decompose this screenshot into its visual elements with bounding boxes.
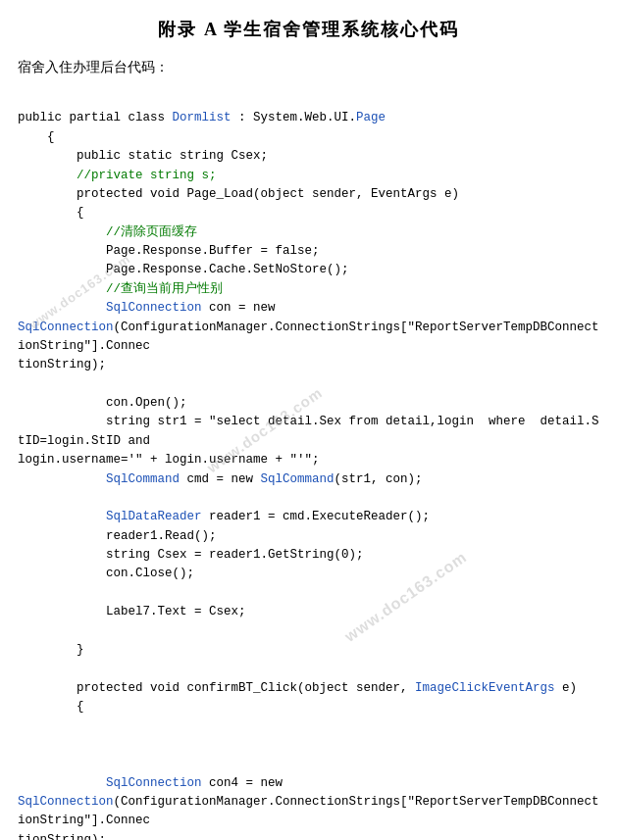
code-block: public partial class Dormlist : System.W… (18, 90, 600, 840)
section-subtitle: 宿舍入住办理后台代码： (18, 59, 600, 76)
page-title: 附录 A 学生宿舍管理系统核心代码 (18, 18, 600, 41)
page: www.doc163.com www.doc163.com www.doc163… (0, 0, 618, 840)
